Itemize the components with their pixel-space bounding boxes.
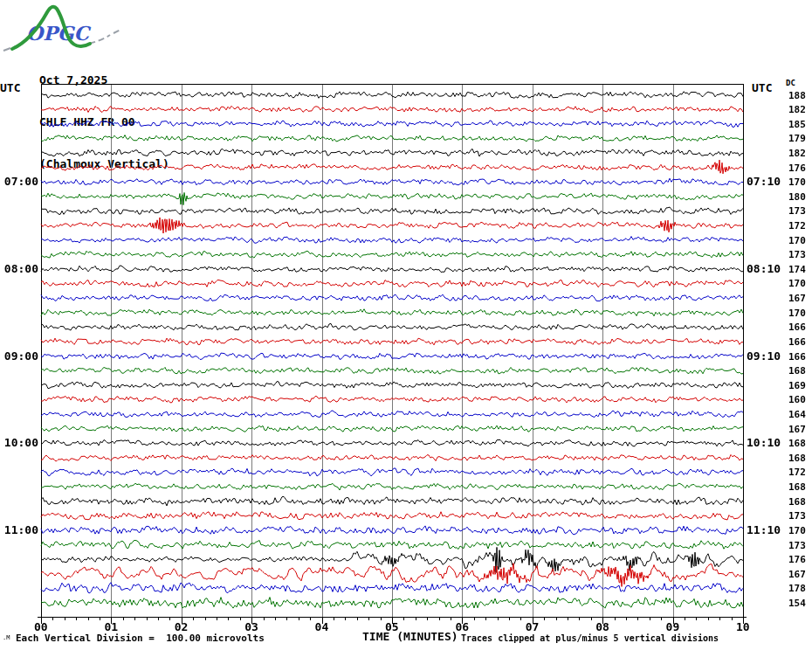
dc-value: 166	[788, 337, 806, 347]
dc-value: 188	[788, 91, 806, 100]
dc-value: 168	[788, 366, 806, 376]
dc-value: 172	[788, 467, 806, 477]
hour-label-right: 09:10	[747, 350, 781, 362]
x-tick-label: 00	[34, 621, 48, 633]
dc-value: 185	[788, 120, 806, 129]
dc-value: 176	[788, 163, 806, 173]
hour-label-left: 10:00	[2, 437, 38, 448]
dc-value: 174	[788, 265, 806, 274]
dc-value: 173	[788, 541, 806, 550]
dc-value: 172	[788, 221, 806, 231]
hour-label-left: 08:00	[2, 263, 38, 274]
dc-value: 166	[788, 352, 806, 362]
dc-value: 173	[788, 206, 806, 216]
dc-value: 164	[788, 410, 806, 419]
dc-value: 169	[788, 381, 806, 391]
dc-value: 170	[788, 177, 806, 187]
dc-value: 173	[788, 511, 806, 521]
hour-label-left: 11:00	[2, 524, 38, 536]
x-tick-label: 02	[175, 621, 189, 633]
x-tick-label: 03	[244, 621, 258, 633]
dc-value: 170	[788, 526, 806, 536]
dc-value: 178	[788, 584, 806, 593]
corner-marker: .M	[3, 635, 10, 641]
clip-note: Traces clipped at plus/minus 5 vertical …	[461, 634, 719, 643]
dc-value: 168	[788, 453, 806, 463]
dc-value: 182	[788, 149, 806, 158]
seismogram-plot-canvas	[0, 0, 812, 650]
hour-label-left: 07:00	[2, 176, 38, 187]
dc-value: 170	[788, 308, 806, 318]
dc-value: 160	[788, 395, 806, 405]
dc-value: 182	[788, 105, 806, 114]
dc-value: 168	[788, 439, 806, 448]
dc-value: 167	[788, 294, 806, 303]
dc-value: 176	[788, 555, 806, 564]
x-tick-label: 09	[666, 621, 680, 633]
x-tick-label: 10	[736, 621, 750, 633]
x-tick-label: 07	[526, 621, 540, 633]
hour-label-right: 10:10	[747, 437, 781, 448]
dc-value: 173	[788, 250, 806, 259]
dc-value: 179	[788, 134, 806, 143]
x-axis-title: TIME (MINUTES)	[362, 631, 458, 642]
x-tick-label: 04	[315, 621, 329, 633]
hour-label-left: 09:00	[2, 350, 38, 362]
hour-label-right: 11:10	[747, 524, 781, 536]
dc-value: 167	[788, 425, 806, 434]
x-tick-label: 08	[595, 621, 609, 633]
dc-value: 168	[788, 497, 806, 507]
helicorder-page: OPGC Oct 7,2025 CHLF HHZ FR 00 (Chalmoux…	[0, 0, 812, 650]
dc-value: 170	[788, 236, 806, 245]
hour-label-right: 08:10	[747, 263, 781, 274]
hour-label-right: 07:10	[747, 176, 781, 187]
dc-value: 168	[788, 482, 806, 492]
dc-value: 170	[788, 279, 806, 288]
x-tick-label: 01	[104, 621, 118, 633]
dc-value: 180	[788, 192, 806, 202]
dc-value: 167	[788, 570, 806, 579]
dc-value: 154	[788, 598, 806, 608]
scale-note: Each Vertical Division = 100.00 microvol…	[16, 633, 265, 643]
dc-value: 166	[788, 322, 806, 332]
